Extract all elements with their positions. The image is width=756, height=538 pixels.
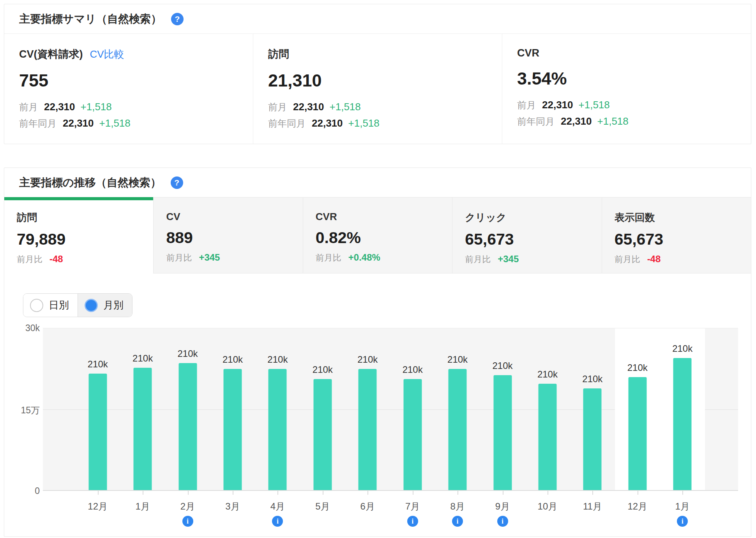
- bar-value-label: 210k: [357, 354, 378, 365]
- metric-value: 3.54%: [517, 69, 751, 89]
- row-label: 前月: [268, 101, 287, 113]
- x-axis-tick: [457, 491, 458, 495]
- x-axis-tick: [98, 491, 99, 495]
- info-icon[interactable]: i: [452, 516, 463, 527]
- x-axis-month-label: 12月: [627, 500, 647, 513]
- bar[interactable]: [313, 379, 332, 490]
- row-delta: +1,518: [597, 115, 629, 127]
- bar[interactable]: [178, 363, 197, 490]
- info-icon[interactable]: i: [272, 516, 283, 527]
- bar-value-label: 210k: [223, 354, 243, 365]
- bar[interactable]: [134, 368, 152, 490]
- x-axis-tick: [592, 491, 593, 495]
- x-axis-tick: [188, 491, 189, 495]
- daily-radio-option[interactable]: 日別: [23, 294, 78, 317]
- row-label: 前年同月: [517, 115, 555, 128]
- chart-column: 210k10月: [525, 328, 570, 490]
- help-icon[interactable]: ?: [171, 176, 183, 189]
- help-icon[interactable]: ?: [171, 13, 184, 25]
- chart-column: 210k6月: [345, 328, 390, 490]
- tab-value: 65,673: [465, 230, 601, 249]
- bar[interactable]: [628, 377, 646, 490]
- prev-month-row: 前月 22,310 +1,518: [268, 101, 502, 113]
- bar[interactable]: [268, 369, 287, 490]
- bar[interactable]: [403, 379, 422, 490]
- compare-label: 前月比: [615, 254, 640, 265]
- bar-value-label: 210k: [537, 369, 558, 380]
- x-axis-month-label: 1月: [675, 500, 690, 513]
- tab-label: 訪問: [17, 211, 153, 224]
- chart-column: 210k12月: [615, 328, 660, 490]
- prev-month-row: 前月 22,310 +1,518: [517, 99, 751, 111]
- tab-label: CV: [166, 211, 302, 223]
- radio-unselected-icon[interactable]: [30, 299, 43, 312]
- x-axis-tick: [682, 491, 683, 495]
- cv-compare-link[interactable]: CV比較: [90, 48, 124, 61]
- x-axis-tick: [143, 491, 143, 495]
- row-delta: +1,518: [330, 101, 361, 113]
- tab-clicks[interactable]: クリック 65,673 前月比 +345: [452, 197, 601, 273]
- bar[interactable]: [583, 388, 602, 490]
- row-delta: +1,518: [99, 117, 131, 129]
- granularity-toggle: 日別 月別: [23, 293, 132, 317]
- tab-cv[interactable]: CV 889 前月比 +345: [153, 197, 302, 273]
- x-axis-tick: [277, 491, 278, 495]
- y-axis-tick-15: 15万: [7, 404, 40, 416]
- info-icon[interactable]: i: [182, 516, 193, 527]
- bar-value-label: 210k: [627, 362, 648, 373]
- metric-label: CV(資料請求): [19, 47, 83, 61]
- tab-value: 79,889: [17, 230, 153, 249]
- bar[interactable]: [223, 369, 242, 490]
- x-axis-month-label: 4月: [270, 500, 285, 513]
- chart-column: 210k1月i: [660, 328, 705, 490]
- monthly-radio-option[interactable]: 月別: [78, 294, 132, 317]
- x-axis-month-label: 2月: [180, 500, 195, 513]
- bar[interactable]: [538, 384, 556, 490]
- dashboard-page: 主要指標サマリ（自然検索） ? CV(資料請求) CV比較 755 前月 22,…: [0, 0, 756, 538]
- tab-cvr[interactable]: CVR 0.82% 前月比 +0.48%: [303, 197, 452, 273]
- info-icon[interactable]: i: [677, 516, 688, 527]
- compare-label: 前月比: [465, 254, 491, 265]
- row-value: 22,310: [293, 101, 324, 113]
- tab-delta: +0.48%: [348, 252, 380, 263]
- bar-value-label: 210k: [313, 364, 333, 375]
- tab-visits[interactable]: 訪問 79,889 前月比 -48: [4, 197, 153, 273]
- row-delta: +1,518: [579, 99, 610, 111]
- summary-card: 主要指標サマリ（自然検索） ? CV(資料請求) CV比較 755 前月 22,…: [4, 4, 751, 144]
- x-axis-month-label: 11月: [583, 500, 602, 513]
- chart-columns: 210k12月210k1月210k2月i210k3月210k4月i210k5月2…: [43, 328, 738, 490]
- bar[interactable]: [359, 369, 377, 490]
- summary-metric-visits: 訪問 21,310 前月 22,310 +1,518 前年同月 22,310 +…: [253, 34, 502, 144]
- x-axis-month-label: 12月: [88, 500, 108, 513]
- chart-column: 210k9月i: [480, 328, 525, 490]
- metric-label: 訪問: [268, 47, 289, 61]
- info-icon[interactable]: i: [407, 516, 418, 527]
- tab-delta: +345: [498, 254, 519, 265]
- info-icon[interactable]: i: [497, 516, 508, 527]
- summary-metric-cvr: CVR 3.54% 前月 22,310 +1,518 前年同月 22,310 +…: [502, 34, 751, 144]
- x-axis-month-label: 9月: [495, 500, 510, 513]
- bar[interactable]: [449, 369, 467, 490]
- radio-selected-icon[interactable]: [85, 299, 98, 312]
- x-axis-tick: [323, 491, 323, 495]
- bar[interactable]: [493, 375, 512, 490]
- summary-metric-cv: CV(資料請求) CV比較 755 前月 22,310 +1,518 前年同月 …: [4, 34, 253, 144]
- chart-column: 210k1月: [120, 328, 165, 490]
- tab-impressions[interactable]: 表示回数 65,673 前月比 -48: [602, 197, 751, 273]
- metric-value: 21,310: [268, 71, 502, 91]
- x-axis-month-label: 7月: [405, 500, 420, 513]
- x-axis-tick: [367, 491, 368, 495]
- bar[interactable]: [673, 358, 692, 490]
- chart-column: 210k2月i: [165, 328, 210, 490]
- chart-column: 210k7月i: [390, 328, 435, 490]
- bar-value-label: 210k: [582, 374, 602, 385]
- bar-value-label: 210k: [672, 343, 692, 354]
- bar-chart: 210k12月210k1月210k2月i210k3月210k4月i210k5月2…: [43, 328, 738, 491]
- bar-value-label: 210k: [492, 360, 512, 371]
- x-axis-tick: [548, 491, 548, 495]
- prev-year-row: 前年同月 22,310 +1,518: [517, 115, 751, 128]
- trend-title: 主要指標の推移（自然検索）: [19, 175, 161, 190]
- trend-card: 主要指標の推移（自然検索） ? 訪問 79,889 前月比 -48 CV 889…: [4, 168, 751, 537]
- bar[interactable]: [88, 374, 107, 490]
- bar-value-label: 210k: [267, 354, 288, 365]
